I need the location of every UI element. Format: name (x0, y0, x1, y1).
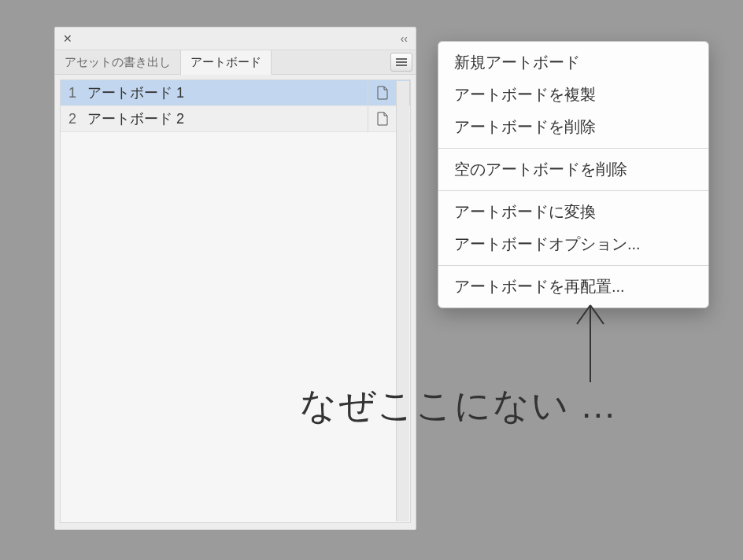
svg-rect-1 (396, 61, 407, 63)
page-icon (376, 86, 389, 100)
artboard-list: 1 アートボード 1 2 アートボード 2 (60, 79, 411, 523)
svg-line-4 (577, 305, 590, 324)
close-icon[interactable]: ✕ (60, 31, 76, 46)
annotation-text: なぜここにない ... (300, 381, 616, 430)
menu-delete-artboard[interactable]: アートボードを削除 (438, 111, 708, 143)
menu-delete-empty-artboards[interactable]: 空のアートボードを削除 (438, 153, 708, 186)
menu-separator (438, 148, 708, 149)
menu-separator (438, 265, 708, 266)
row-index: 1 (61, 85, 84, 101)
row-name: アートボード 2 (84, 109, 368, 128)
menu-duplicate-artboard[interactable]: アートボードを複製 (438, 79, 708, 111)
tab-bar: アセットの書き出し アートボード (55, 50, 416, 75)
panel-flyout-menu: 新規アートボード アートボードを複製 アートボードを削除 空のアートボードを削除… (438, 41, 709, 308)
row-name: アートボード 1 (84, 83, 368, 102)
menu-separator (438, 190, 708, 191)
svg-line-5 (590, 305, 604, 324)
orientation-button[interactable] (368, 106, 397, 131)
artboards-panel: ✕ ‹‹ アセットの書き出し アートボード 1 アートボード 1 (54, 27, 416, 530)
table-row[interactable]: 1 アートボード 1 (61, 80, 410, 106)
menu-convert-to-artboard[interactable]: アートボードに変換 (438, 196, 708, 228)
svg-rect-2 (396, 64, 407, 66)
menu-artboard-options[interactable]: アートボードオプション... (438, 228, 708, 260)
panel-header: ✕ ‹‹ (55, 28, 416, 50)
page-icon (376, 112, 389, 126)
menu-new-artboard[interactable]: 新規アートボード (438, 46, 708, 79)
tab-artboards[interactable]: アートボード (181, 50, 272, 75)
row-index: 2 (61, 111, 84, 127)
hamburger-icon (396, 57, 407, 67)
scrollbar[interactable] (396, 81, 409, 521)
svg-rect-0 (396, 58, 407, 60)
orientation-button[interactable] (368, 80, 397, 105)
arrow-up-icon (571, 297, 610, 384)
table-row[interactable]: 2 アートボード 2 (61, 106, 410, 132)
collapse-icon[interactable]: ‹‹ (397, 31, 411, 46)
panel-menu-button[interactable] (390, 53, 412, 72)
tab-asset-export[interactable]: アセットの書き出し (55, 50, 181, 74)
